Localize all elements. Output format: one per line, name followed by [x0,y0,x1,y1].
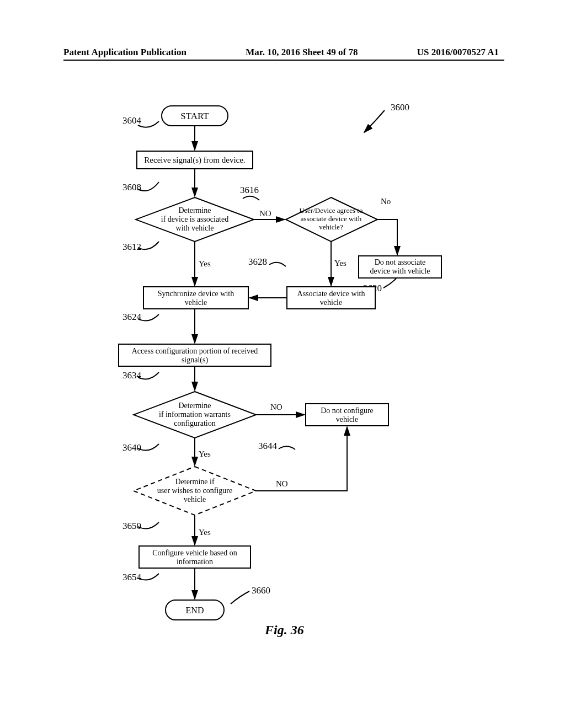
figure-label: Fig. 36 [264,623,304,637]
svg-text:vehicle: vehicle [185,298,207,307]
svg-text:if information warrants: if information warrants [159,410,231,419]
svg-text:User/Device agrees to: User/Device agrees to [300,206,363,215]
start-node: START [162,106,228,126]
svg-text:NO: NO [270,403,282,411]
svg-text:No: No [381,197,391,206]
label-3628: 3628 [248,256,267,267]
receive-text: Receive signal(s) from device. [144,156,245,165]
svg-text:Do not associate: Do not associate [375,258,426,266]
flowchart: START 3604 Receive signal(s) from device… [88,99,477,684]
start-text: START [180,111,209,121]
label-3634: 3634 [122,370,142,381]
label-3654: 3654 [122,572,142,582]
svg-text:Configure vehicle based on: Configure vehicle based on [152,549,237,557]
svg-text:Yes: Yes [334,259,347,267]
svg-text:END: END [186,606,204,615]
svg-text:vehicle: vehicle [184,495,206,504]
svg-text:Determine: Determine [178,402,211,410]
svg-text:with vehicle: with vehicle [176,224,214,232]
svg-text:vehicle: vehicle [320,298,342,307]
header-center: Mar. 10, 2016 Sheet 49 of 78 [246,47,358,58]
label-3616: 3616 [240,185,259,195]
header-rule [63,60,504,61]
svg-text:vehicle: vehicle [336,415,358,424]
svg-text:vehicle?: vehicle? [319,223,343,231]
label-3660: 3660 [252,585,270,596]
label-3624: 3624 [122,312,142,322]
label-3640: 3640 [122,442,141,453]
svg-text:Do not configure: Do not configure [321,406,374,415]
svg-text:NO: NO [259,209,271,218]
svg-text:Associate device with: Associate device with [297,290,365,298]
svg-text:signal(s): signal(s) [182,356,209,365]
page-header: Patent Application Publication Mar. 10, … [0,47,565,58]
svg-text:Yes: Yes [199,259,211,268]
svg-text:Yes: Yes [199,449,211,458]
svg-text:information: information [177,558,213,566]
svg-text:Access configuration portion o: Access configuration portion of received [132,347,258,355]
label-3608: 3608 [122,182,141,192]
svg-text:associate device with: associate device with [301,215,362,223]
svg-text:NO: NO [276,479,288,488]
header-left: Patent Application Publication [63,47,186,58]
label-3612: 3612 [122,242,141,252]
label-3650: 3650 [122,521,141,531]
svg-text:device with vehicle: device with vehicle [370,267,430,275]
svg-text:user wishes to configure: user wishes to configure [157,486,232,495]
svg-text:if device is associated: if device is associated [161,215,228,223]
header-right: US 2016/0070527 A1 [417,47,499,58]
svg-text:configuration: configuration [174,419,215,427]
label-3644: 3644 [258,441,278,451]
label-3604: 3604 [122,115,142,126]
svg-text:Determine: Determine [178,206,211,215]
label-3600: 3600 [391,102,409,113]
svg-text:Yes: Yes [199,528,211,537]
svg-text:Determine if: Determine if [175,478,214,486]
svg-text:Synchronize device with: Synchronize device with [158,290,234,298]
